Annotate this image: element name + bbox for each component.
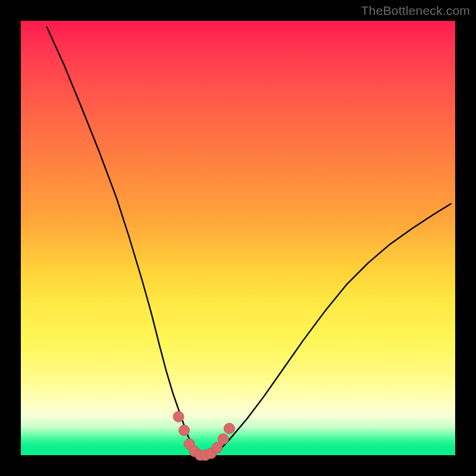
plot-area	[21, 21, 455, 455]
highlight-marker	[173, 411, 184, 422]
highlight-marker	[218, 434, 228, 444]
highlight-marker	[179, 425, 190, 436]
highlight-markers	[173, 411, 234, 461]
highlight-marker	[224, 423, 234, 434]
curve-layer	[21, 21, 455, 455]
bottleneck-curve	[47, 27, 451, 455]
chart-frame: TheBottleneck.com	[0, 0, 476, 476]
watermark-text: TheBottleneck.com	[361, 4, 470, 18]
